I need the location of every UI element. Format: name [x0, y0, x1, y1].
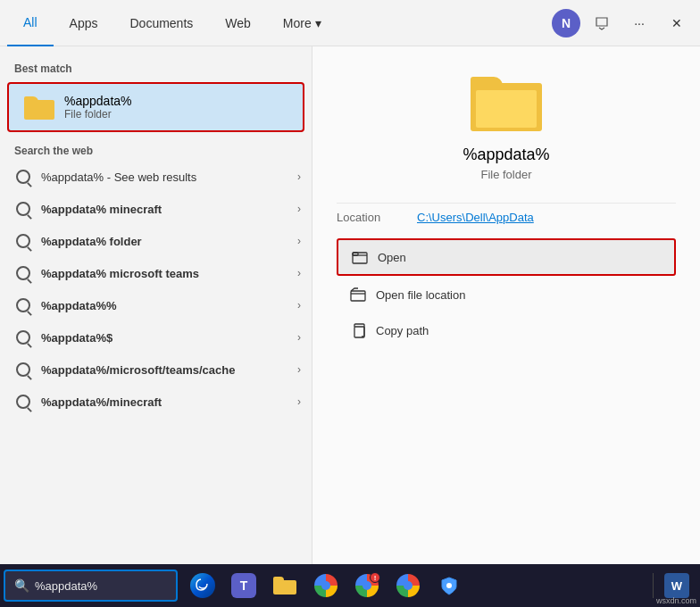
svg-rect-3	[354, 327, 364, 337]
result-text: %appdata%%	[41, 299, 297, 312]
taskbar-chrome2[interactable]	[388, 566, 428, 605]
list-item[interactable]: %appdata%% ›	[0, 289, 312, 321]
folder-icon	[23, 91, 55, 123]
open-file-location-button[interactable]: Open file location	[337, 278, 676, 312]
taskbar-chrome[interactable]	[306, 566, 346, 605]
taskbar-explorer[interactable]	[265, 566, 304, 605]
chevron-right-icon: ›	[297, 299, 301, 312]
chevron-right-icon: ›	[297, 235, 301, 247]
location-row: Location C:\Users\Dell\AppData	[337, 203, 676, 231]
result-text: %appdata%$	[41, 331, 297, 345]
svg-rect-1	[353, 253, 358, 255]
result-title: %appdata%	[462, 146, 549, 164]
vpn-icon	[438, 575, 460, 596]
svg-point-4	[446, 583, 452, 588]
word-icon: W	[664, 573, 689, 598]
nav-icons: N ··· ✕	[552, 7, 693, 39]
chevron-right-icon: ›	[297, 331, 301, 344]
taskbar-teams[interactable]: T	[224, 566, 263, 605]
taskbar-search-icon: 🔍	[14, 578, 29, 593]
tab-documents[interactable]: Documents	[113, 0, 209, 46]
watermark: wsxdn.com	[656, 596, 696, 605]
taskbar-edge[interactable]	[183, 566, 222, 605]
copy-path-button[interactable]: Copy path	[337, 313, 676, 347]
search-icon	[14, 296, 32, 314]
chevron-right-icon: ›	[297, 395, 301, 408]
best-match-text: %appdata% File folder	[64, 94, 132, 121]
result-text: %appdata%/minecraft	[41, 395, 297, 409]
search-icon	[14, 264, 32, 282]
location-label: Location	[337, 211, 417, 224]
best-match-title: %appdata%	[64, 94, 132, 108]
search-web-label: Search the web	[0, 136, 312, 161]
svg-rect-2	[351, 291, 365, 301]
search-icon	[14, 168, 32, 186]
tab-more[interactable]: More ▾	[267, 0, 338, 46]
best-match-item[interactable]: %appdata% File folder	[7, 82, 304, 132]
taskbar-search-text: %appdata%	[35, 579, 97, 593]
search-icon	[14, 328, 32, 346]
close-button[interactable]: ✕	[661, 7, 693, 39]
copy-icon	[349, 321, 367, 339]
open-button[interactable]: Open	[337, 238, 676, 276]
teams-icon: T	[231, 573, 256, 598]
chevron-down-icon: ▾	[315, 16, 321, 30]
list-item[interactable]: %appdata% folder ›	[0, 225, 312, 257]
taskbar-search[interactable]: 🔍 %appdata%	[4, 570, 178, 602]
result-text: %appdata% minecraft	[41, 203, 297, 216]
chevron-right-icon: ›	[297, 203, 301, 215]
best-match-subtitle: File folder	[64, 108, 132, 121]
result-text: %appdata% microsoft teams	[41, 267, 297, 280]
taskbar: 🔍 %appdata% T !	[0, 564, 700, 607]
result-text: %appdata% - See web results	[41, 170, 297, 184]
search-icon	[14, 200, 32, 218]
chrome2-icon	[396, 574, 420, 597]
chrome-icon	[314, 574, 338, 597]
result-text: %appdata%/microsoft/teams/cache	[41, 363, 297, 377]
chrome-notification-icon: !	[355, 574, 379, 597]
list-item[interactable]: %appdata% microsoft teams ›	[0, 257, 312, 289]
tab-all[interactable]: All	[7, 0, 54, 46]
svg-rect-0	[353, 253, 367, 263]
user-avatar[interactable]: N	[552, 9, 580, 37]
top-nav: All Apps Documents Web More ▾ N ··· ✕	[0, 0, 700, 46]
taskbar-vpn[interactable]	[429, 566, 469, 605]
chevron-right-icon: ›	[297, 363, 301, 376]
folder-icon-large	[471, 73, 542, 131]
search-icon	[14, 393, 32, 411]
taskbar-chrome-notification[interactable]: !	[347, 566, 387, 605]
file-location-icon	[349, 286, 367, 304]
edge-icon	[190, 573, 215, 598]
chevron-right-icon: ›	[297, 170, 301, 183]
search-icon	[14, 232, 32, 250]
result-subtitle: File folder	[480, 168, 531, 181]
best-match-label: Best match	[0, 57, 312, 79]
feedback-button[interactable]	[586, 7, 618, 39]
tab-web[interactable]: Web	[209, 0, 267, 46]
list-item[interactable]: %appdata% - See web results ›	[0, 161, 312, 193]
action-buttons: Open Open file location	[337, 238, 676, 349]
right-panel: %appdata% File folder Location C:\Users\…	[312, 46, 700, 564]
list-item[interactable]: %appdata% minecraft ›	[0, 193, 312, 225]
main-layout: Best match %appdata% File folder Search …	[0, 46, 700, 564]
explorer-icon	[272, 573, 297, 598]
chevron-right-icon: ›	[297, 267, 301, 279]
location-value[interactable]: C:\Users\Dell\AppData	[417, 211, 534, 224]
left-panel: Best match %appdata% File folder Search …	[0, 46, 312, 564]
list-item[interactable]: %appdata%/microsoft/teams/cache ›	[0, 353, 312, 386]
search-icon	[14, 361, 32, 378]
more-options-button[interactable]: ···	[623, 7, 655, 39]
tab-apps[interactable]: Apps	[54, 0, 114, 46]
result-text: %appdata% folder	[41, 235, 297, 248]
list-item[interactable]: %appdata%$ ›	[0, 321, 312, 353]
open-icon	[351, 248, 369, 266]
list-item[interactable]: %appdata%/minecraft ›	[0, 386, 312, 418]
